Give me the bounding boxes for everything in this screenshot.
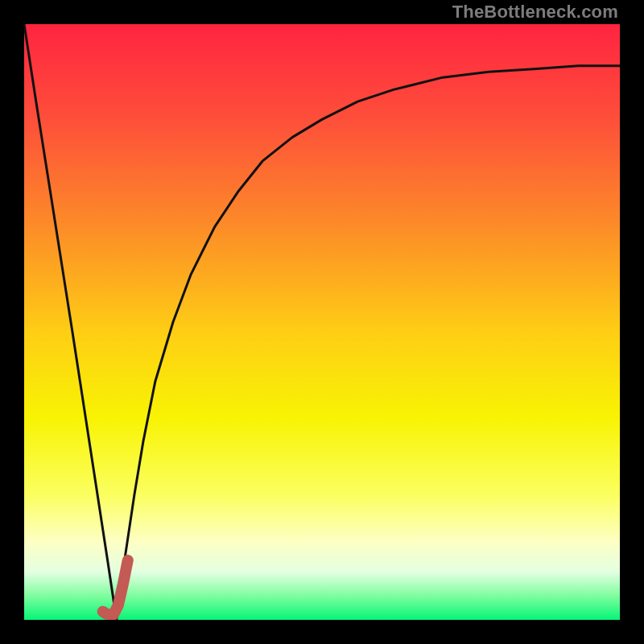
bottleneck-curve — [24, 24, 620, 620]
chart-frame: TheBottleneck.com — [0, 0, 644, 644]
plot-area — [24, 24, 620, 620]
watermark-text: TheBottleneck.com — [452, 2, 618, 23]
optimal-marker — [103, 560, 128, 614]
curve-layer — [24, 24, 620, 620]
